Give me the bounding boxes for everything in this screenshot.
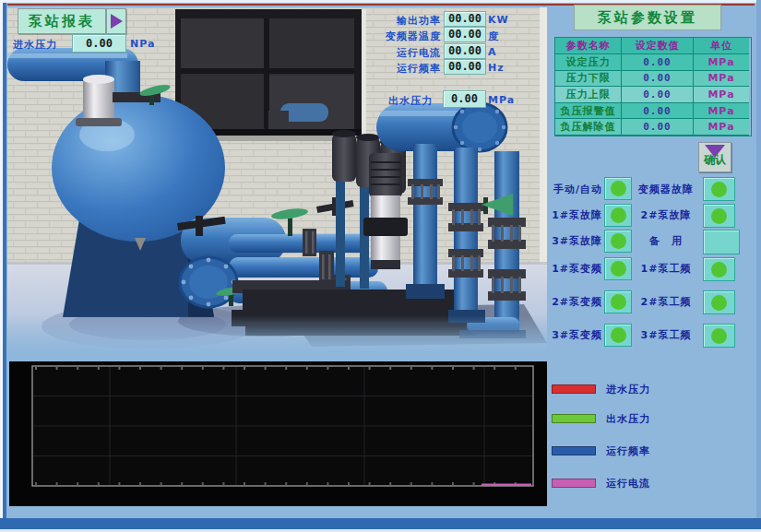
frame-top [0, 0, 761, 3]
lamp-icon [611, 233, 626, 249]
report-button-label: 泵站报表 [29, 13, 95, 30]
readout-value: 00.00 [444, 11, 486, 27]
col-header: 参数名称 [555, 38, 622, 54]
readout-label: 变频器温度 [360, 30, 441, 43]
status-label: 1#泵工频 [633, 262, 699, 276]
status-lamp [604, 204, 632, 227]
report-play-button[interactable] [106, 8, 126, 34]
legend-label: 运行电流 [606, 477, 650, 491]
inlet-pressure-unit: NPa [130, 38, 155, 50]
readout-unit: Hz [488, 62, 505, 74]
readout-value: 00.00 [444, 59, 486, 75]
readout-label: 运行电流 [360, 46, 441, 60]
param-name: 压力下限 [555, 71, 622, 88]
legend-label: 运行频率 [606, 444, 650, 458]
lamp-icon [611, 294, 626, 310]
col-header: 单位 [694, 38, 749, 54]
inlet-pressure-value: 0.00 [72, 34, 126, 53]
frame-left [3, 3, 6, 519]
legend-label: 进水压力 [606, 383, 650, 396]
status-lamp [703, 324, 735, 348]
readout-label: 输出功率 [360, 14, 441, 28]
lamp-icon [611, 181, 626, 196]
param-name: 压力上限 [555, 87, 622, 103]
status-lamp-empty [703, 230, 740, 254]
confirm-button[interactable]: 确认 [698, 142, 731, 172]
pump-station-hmi-screen: 泵站报表 进水压力 0.00 NPa 输出功率 00.00 KW 变频器温度 0… [0, 0, 761, 532]
report-button[interactable]: 泵站报表 [18, 8, 106, 34]
lamp-icon [711, 295, 727, 311]
param-value[interactable]: 0.00 [622, 71, 694, 88]
col-header: 设定数值 [622, 38, 694, 54]
readout-value: 00.00 [444, 43, 486, 59]
status-label: 备 用 [633, 234, 699, 248]
legend-swatch [552, 384, 596, 394]
status-lamp [703, 204, 735, 228]
trend-chart [9, 361, 547, 506]
frame-bottom [0, 518, 761, 529]
play-icon [111, 14, 123, 29]
outlet-pressure-label: 出水压力 [388, 94, 433, 108]
lamp-icon [711, 208, 727, 224]
status-label: 3#泵变频 [547, 328, 602, 342]
settings-panel-title-box: 泵站参数设置 [574, 5, 721, 30]
status-label: 变频器故障 [633, 183, 699, 196]
inlet-pressure-label: 进水压力 [13, 38, 57, 52]
param-value[interactable]: 0.00 [622, 87, 694, 103]
status-label: 3#泵工频 [633, 328, 699, 342]
lamp-icon [711, 328, 727, 344]
param-value[interactable]: 0.00 [622, 54, 694, 71]
legend-swatch [552, 446, 596, 455]
status-lamp [604, 290, 632, 313]
status-label: 2#泵工频 [633, 295, 699, 309]
settings-table: 参数名称 设定数值 单位 设定压力 0.00 MPa 压力下限 0.00 MPa… [554, 37, 752, 136]
status-lamp [604, 257, 632, 280]
param-unit: MPa [694, 54, 749, 71]
readout-label: 运行频率 [360, 62, 441, 76]
legend-swatch [552, 414, 596, 423]
param-unit: MPa [694, 103, 749, 120]
param-unit: MPa [694, 119, 749, 136]
param-value[interactable]: 0.00 [622, 119, 694, 136]
status-lamp [703, 257, 735, 281]
status-lamp [604, 177, 632, 200]
settings-panel-title: 泵站参数设置 [598, 9, 697, 27]
status-label: 1#泵变频 [547, 262, 602, 276]
param-name: 负压解除值 [555, 119, 622, 136]
status-lamp [604, 230, 632, 253]
status-label: 手动/自动 [547, 183, 602, 196]
lamp-icon [611, 327, 626, 343]
param-unit: MPa [694, 87, 749, 103]
outlet-pressure-value: 0.00 [443, 90, 486, 108]
status-label: 2#泵变频 [547, 295, 602, 309]
param-name: 设定压力 [555, 54, 622, 71]
lamp-icon [611, 207, 626, 223]
lamp-icon [611, 261, 626, 277]
status-lamp [604, 324, 632, 347]
status-label: 3#泵故障 [547, 234, 602, 248]
param-name: 负压报警值 [555, 103, 622, 120]
outlet-pressure-unit: MPa [488, 94, 515, 106]
status-lamp [703, 290, 735, 314]
lamp-icon [711, 182, 727, 197]
readout-unit: A [488, 46, 497, 58]
readout-unit: 度 [488, 30, 499, 43]
legend-label: 出水压力 [606, 412, 650, 426]
status-label: 1#泵故障 [547, 208, 602, 222]
param-value[interactable]: 0.00 [622, 103, 694, 120]
status-label: 2#泵故障 [633, 208, 699, 222]
lamp-icon [711, 262, 727, 278]
legend-swatch [552, 479, 596, 488]
readout-unit: KW [488, 14, 509, 26]
frame-right [756, 0, 761, 532]
param-unit: MPa [694, 71, 749, 88]
readout-value: 00.00 [444, 27, 486, 42]
status-lamp [703, 177, 735, 201]
confirm-button-label: 确认 [699, 152, 731, 168]
